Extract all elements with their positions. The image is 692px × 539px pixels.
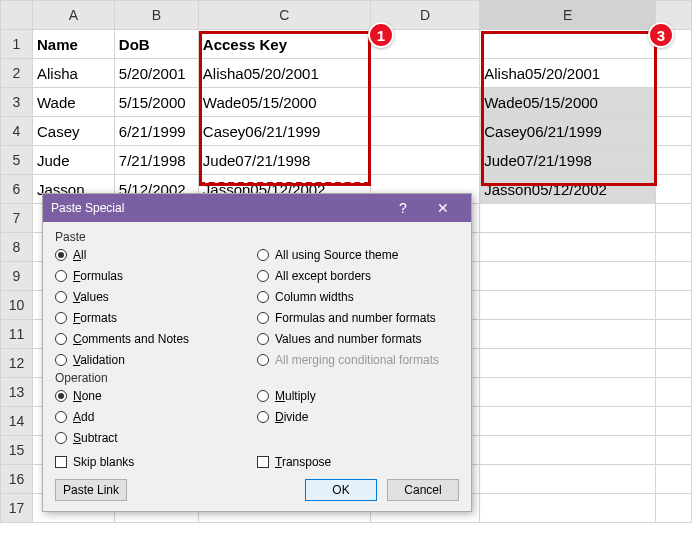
callout-1: 1 bbox=[368, 22, 394, 48]
cell-B4[interactable]: 6/21/1999 bbox=[114, 117, 198, 146]
callout-3: 3 bbox=[648, 22, 674, 48]
checkbox-transpose[interactable]: Transpose bbox=[257, 453, 459, 471]
radio-icon bbox=[55, 411, 67, 423]
select-all-corner[interactable] bbox=[1, 1, 33, 30]
radio-subtract[interactable]: Subtract bbox=[55, 429, 257, 447]
row-header-5[interactable]: 5 bbox=[1, 146, 33, 175]
paste-link-button[interactable]: Paste Link bbox=[55, 479, 127, 501]
cell-E4[interactable]: Casey06/21/1999 bbox=[480, 117, 656, 146]
radio-merging-conditional: All merging conditional formats bbox=[257, 351, 459, 369]
radio-comments[interactable]: Comments and Notes bbox=[55, 330, 257, 348]
radio-values[interactable]: Values bbox=[55, 288, 257, 306]
cell-B1[interactable]: DoB bbox=[114, 30, 198, 59]
cancel-button[interactable]: Cancel bbox=[387, 479, 459, 501]
cell-A3[interactable]: Wade bbox=[32, 88, 114, 117]
col-header-B[interactable]: B bbox=[114, 1, 198, 30]
close-button[interactable]: ✕ bbox=[423, 194, 463, 222]
radio-icon bbox=[257, 270, 269, 282]
row-header-4[interactable]: 4 bbox=[1, 117, 33, 146]
cell-C4[interactable]: Casey06/21/1999 bbox=[198, 117, 370, 146]
radio-icon bbox=[257, 333, 269, 345]
radio-icon bbox=[55, 333, 67, 345]
radio-formulas-formats[interactable]: Formulas and number formats bbox=[257, 309, 459, 327]
row-header-2[interactable]: 2 bbox=[1, 59, 33, 88]
radio-icon bbox=[257, 411, 269, 423]
radio-except-borders[interactable]: All except borders bbox=[257, 267, 459, 285]
cell-D2[interactable] bbox=[370, 59, 480, 88]
paste-group-label: Paste bbox=[55, 230, 459, 244]
cell-E1[interactable] bbox=[480, 30, 656, 59]
radio-none[interactable]: None bbox=[55, 387, 257, 405]
radio-icon bbox=[257, 390, 269, 402]
radio-formats[interactable]: Formats bbox=[55, 309, 257, 327]
radio-icon bbox=[257, 249, 269, 261]
cell-E6[interactable]: Jasson05/12/2002 bbox=[480, 175, 656, 204]
radio-icon bbox=[55, 291, 67, 303]
row-header-1[interactable]: 1 bbox=[1, 30, 33, 59]
checkbox-icon bbox=[55, 456, 67, 468]
cell-A2[interactable]: Alisha bbox=[32, 59, 114, 88]
radio-icon bbox=[55, 390, 67, 402]
help-button[interactable]: ? bbox=[383, 194, 423, 222]
col-header-A[interactable]: A bbox=[32, 1, 114, 30]
cell-B5[interactable]: 7/21/1998 bbox=[114, 146, 198, 175]
radio-icon bbox=[55, 249, 67, 261]
radio-source-theme[interactable]: All using Source theme bbox=[257, 246, 459, 264]
radio-all[interactable]: All bbox=[55, 246, 257, 264]
cell-C5[interactable]: Jude07/21/1998 bbox=[198, 146, 370, 175]
operation-group-label: Operation bbox=[55, 371, 459, 385]
radio-icon bbox=[257, 312, 269, 324]
ok-button[interactable]: OK bbox=[305, 479, 377, 501]
cell-C1[interactable]: Access Key bbox=[198, 30, 370, 59]
cell-C2[interactable]: Alisha05/20/2001 bbox=[198, 59, 370, 88]
col-header-C[interactable]: C bbox=[198, 1, 370, 30]
cell-B2[interactable]: 5/20/2001 bbox=[114, 59, 198, 88]
cell-B3[interactable]: 5/15/2000 bbox=[114, 88, 198, 117]
row-header-3[interactable]: 3 bbox=[1, 88, 33, 117]
dialog-title: Paste Special bbox=[51, 201, 124, 215]
radio-add[interactable]: Add bbox=[55, 408, 257, 426]
radio-validation[interactable]: Validation bbox=[55, 351, 257, 369]
cell-E3[interactable]: Wade05/15/2000 bbox=[480, 88, 656, 117]
cell-E5[interactable]: Jude07/21/1998 bbox=[480, 146, 656, 175]
radio-icon bbox=[55, 312, 67, 324]
radio-divide[interactable]: Divide bbox=[257, 408, 459, 426]
paste-special-dialog: Paste Special ? ✕ Paste All Formulas Val… bbox=[42, 193, 472, 512]
dialog-titlebar[interactable]: Paste Special ? ✕ bbox=[43, 194, 471, 222]
cell-A1[interactable]: Name bbox=[32, 30, 114, 59]
radio-icon bbox=[257, 354, 269, 366]
row-header-6[interactable]: 6 bbox=[1, 175, 33, 204]
cell-E2[interactable]: Alisha05/20/2001 bbox=[480, 59, 656, 88]
cell-C3[interactable]: Wade05/15/2000 bbox=[198, 88, 370, 117]
radio-multiply[interactable]: Multiply bbox=[257, 387, 459, 405]
checkbox-icon bbox=[257, 456, 269, 468]
cell-A5[interactable]: Jude bbox=[32, 146, 114, 175]
radio-icon bbox=[55, 270, 67, 282]
radio-icon bbox=[55, 432, 67, 444]
cell-A4[interactable]: Casey bbox=[32, 117, 114, 146]
checkbox-skip-blanks[interactable]: Skip blanks bbox=[55, 453, 257, 471]
radio-icon bbox=[55, 354, 67, 366]
radio-formulas[interactable]: Formulas bbox=[55, 267, 257, 285]
radio-icon bbox=[257, 291, 269, 303]
col-header-E[interactable]: E bbox=[480, 1, 656, 30]
radio-values-formats[interactable]: Values and number formats bbox=[257, 330, 459, 348]
radio-column-widths[interactable]: Column widths bbox=[257, 288, 459, 306]
